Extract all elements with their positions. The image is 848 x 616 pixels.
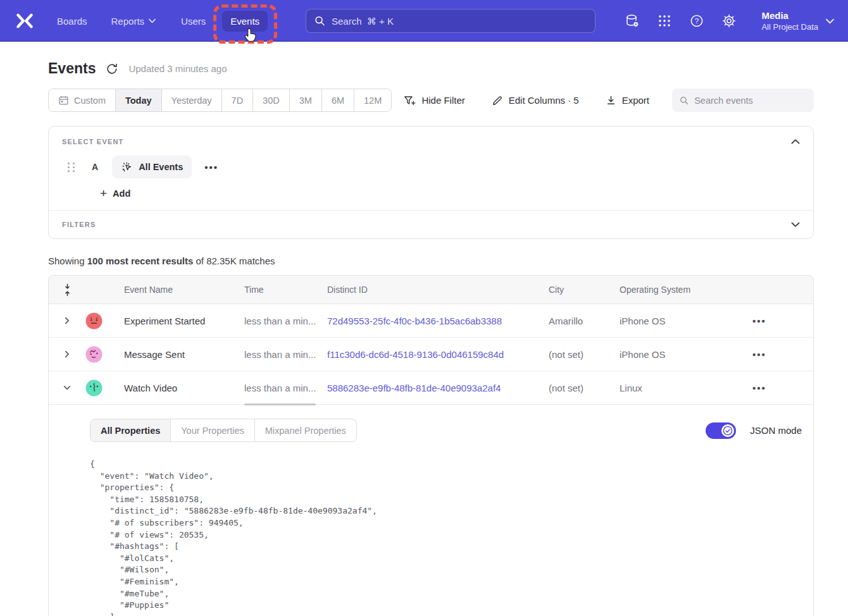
col-header-time: Time [244,285,327,295]
refresh-icon[interactable] [106,63,118,75]
cell-city: Amarillo [549,316,620,326]
col-header-os: Operating System [620,285,727,295]
json-mode-toggle[interactable] [706,422,736,439]
date-range-yesterday[interactable]: Yesterday [162,89,222,111]
event-chip-label: All Events [139,162,183,172]
check-icon [723,426,733,436]
calendar-icon [58,95,69,106]
global-search[interactable] [306,9,595,33]
event-avatar [85,312,103,330]
row-actions-button[interactable]: ••• [727,316,813,326]
page-title: Events [48,60,96,77]
date-range-custom[interactable]: Custom [49,89,116,111]
download-icon [606,95,616,106]
properties-tabs: All Properties Your Properties Mixpanel … [90,419,357,442]
expand-row-chevron-right-icon[interactable] [63,316,72,325]
cell-time: less than a min... [244,383,327,393]
project-selector[interactable]: Media All Project Data [761,9,834,32]
nav-item-reports[interactable]: Reports [111,16,156,27]
col-header-city: City [549,285,620,295]
event-row-letter: A [92,162,98,172]
chevron-down-icon [149,18,156,23]
event-detail-panel: All Properties Your Properties Mixpanel … [49,405,813,616]
results-summary: Showing 100 most recent results of 82.35… [48,256,814,266]
settings-gear-icon[interactable] [721,13,737,28]
plus-icon: + [100,188,107,199]
event-json-view: { "event": "Watch Video", "properties": … [90,459,802,616]
nav-item-events[interactable]: Events [222,11,268,32]
date-range-12m[interactable]: 12M [354,89,391,111]
search-icon [680,95,689,106]
updated-timestamp: Updated 3 minutes ago [128,63,227,74]
hide-filter-button[interactable]: Hide Filter [404,95,465,106]
table-row-expanded[interactable]: Watch Video less than a min... 5886283e-… [49,371,813,405]
cell-time: less than a min... [244,316,327,326]
cell-event-name: Experiment Started [124,316,244,326]
distinct-id-link[interactable]: 5886283e-e9fb-48fb-81de-40e9093a2af4 [327,383,549,393]
expand-row-chevron-right-icon[interactable] [63,350,72,359]
export-button[interactable]: Export [606,95,649,106]
row-actions-button[interactable]: ••• [727,349,813,360]
nav-item-users[interactable]: Users [181,16,206,27]
date-range-6m[interactable]: 6M [322,89,354,111]
tab-mixpanel-properties[interactable]: Mixpanel Properties [255,419,356,441]
row-actions-button[interactable]: ••• [727,383,813,393]
distinct-id-link[interactable]: 72d49553-25fc-4f0c-b436-1b5ac6ab3388 [327,316,549,326]
cell-os: iPhone OS [620,349,727,360]
collapse-section-chevron-up-icon[interactable] [791,137,800,146]
data-management-icon[interactable] [625,13,640,28]
help-icon[interactable]: ? [689,13,704,28]
collapse-all-rows-icon[interactable] [63,283,72,297]
global-search-input[interactable] [332,16,587,27]
distinct-id-link[interactable]: f11c30d6-dc6d-4518-9136-0d046159c84d [327,349,549,360]
tab-your-properties[interactable]: Your Properties [171,419,254,441]
search-events-input[interactable] [694,95,806,106]
cell-os: iPhone OS [620,316,727,326]
table-header: Event Name Time Distinct ID City Operati… [49,276,813,304]
json-mode-label: JSON mode [750,425,802,436]
date-range-today[interactable]: Today [116,89,162,111]
cell-os: Linux [620,383,727,393]
cell-event-name: Message Sent [124,349,244,360]
filters-section-header[interactable]: FILTERS [49,210,813,238]
table-row[interactable]: Message Sent less than a min... f11c30d6… [49,338,813,371]
mixpanel-logo-icon[interactable] [14,10,35,32]
select-event-label: SELECT EVENT [62,138,124,145]
tab-all-properties[interactable]: All Properties [90,419,171,441]
events-table: Event Name Time Distinct ID City Operati… [48,275,814,616]
table-row[interactable]: Experiment Started less than a min... 72… [49,304,813,338]
event-selector-chip[interactable]: All Events [112,156,192,178]
add-event-button[interactable]: + Add [100,188,130,199]
expand-section-chevron-down-icon[interactable] [791,220,800,229]
cell-city: (not set) [549,383,620,393]
project-scope: All Project Data [761,22,818,32]
date-range-3m[interactable]: 3M [290,89,322,111]
svg-text:?: ? [695,17,699,25]
cell-time: less than a min... [244,349,327,360]
cell-event-name: Watch Video [124,383,244,393]
date-range-control: Custom Today Yesterday 7D 30D 3M 6M 12M [48,89,392,112]
filters-label: FILTERS [62,221,96,228]
chevron-down-icon [826,18,834,24]
col-header-distinct-id: Distinct ID [327,285,549,295]
col-header-event-name: Event Name [124,285,244,295]
event-avatar [85,379,103,397]
column-scrollbar[interactable] [244,403,316,405]
drag-handle[interactable] [68,163,75,172]
apps-grid-icon[interactable] [657,13,672,28]
query-builder-card: SELECT EVENT A All Events [48,126,814,239]
nav-item-boards[interactable]: Boards [57,16,87,27]
date-range-30d[interactable]: 30D [253,89,290,111]
cell-city: (not set) [549,349,620,360]
edit-columns-button[interactable]: Edit Columns · 5 [492,95,579,106]
date-range-7d[interactable]: 7D [222,89,254,111]
event-more-button[interactable]: ••• [204,162,218,173]
top-navbar: Boards Reports Users Events ? [0,0,848,42]
search-events[interactable] [672,89,814,112]
magic-pointer-icon [121,161,133,173]
event-avatar [85,346,103,363]
filter-plus-icon [404,95,416,106]
search-icon [315,15,325,27]
project-name: Media [761,9,818,22]
collapse-row-chevron-down-icon[interactable] [63,383,72,392]
